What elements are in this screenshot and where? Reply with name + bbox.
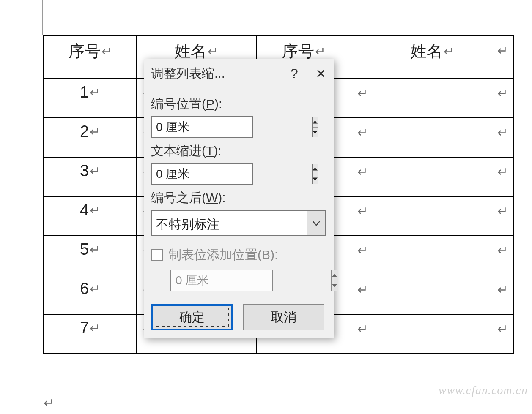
col-header: 姓名↵↵ [351,36,513,79]
cell-serial[interactable]: 3↵ [44,157,137,196]
cell-name[interactable]: ↵↵ [351,196,513,236]
row-end-mark-icon: ↵ [497,164,508,179]
row-end-mark-icon: ↵ [497,321,508,336]
paragraph-mark-icon: ↵ [90,281,100,296]
after-number-value: 不特别标注 [152,211,307,235]
cancel-button[interactable]: 取消 [243,304,324,330]
row-end-mark-icon: ↵ [497,243,508,258]
paragraph-mark-icon: ↵ [90,242,100,257]
cell-serial[interactable]: 7↵ [44,314,137,354]
svg-marker-3 [313,178,318,181]
paragraph-mark-icon: ↵ [357,321,368,336]
cell-serial[interactable]: 6↵ [44,275,137,314]
cell-serial[interactable]: 2↵ [44,118,137,157]
text-indent-spinner[interactable] [151,163,253,185]
paragraph-mark-icon: ↵ [90,163,100,178]
tabstop-input [171,270,331,291]
paragraph-mark-icon: ↵ [357,86,368,101]
paragraph-mark-icon: ↵ [44,395,54,410]
spin-up-button[interactable] [313,164,318,174]
svg-marker-1 [313,131,318,134]
cell-serial[interactable]: 4↵ [44,196,137,236]
cell-name[interactable]: ↵↵ [351,118,513,157]
spin-up-button[interactable] [313,117,318,128]
paragraph-mark-icon: ↵ [315,44,326,59]
tabstop-checkbox[interactable] [151,249,163,261]
after-number-label: 编号之后(W): [151,189,327,207]
paragraph-mark-icon: ↵ [90,203,100,218]
paragraph-mark-icon: ↵ [90,321,100,335]
row-end-mark-icon: ↵ [497,125,508,140]
adjust-list-indent-dialog: 调整列表缩... ? ✕ 编号位置(P): 文本缩进(T): 编号之后(W): [144,59,334,338]
cell-name[interactable]: ↵↵ [351,79,513,118]
spin-down-button[interactable] [313,174,318,185]
text-indent-input[interactable] [152,164,312,184]
dialog-title: 调整列表缩... [151,65,281,82]
dialog-titlebar[interactable]: 调整列表缩... ? ✕ [144,59,334,88]
spin-down-button [332,281,337,291]
svg-marker-0 [313,120,318,123]
paragraph-mark-icon: ↵ [357,243,368,258]
cell-name[interactable]: ↵↵ [351,275,513,314]
help-button[interactable]: ? [281,59,307,88]
paragraph-mark-icon: ↵ [90,124,100,139]
svg-marker-4 [332,274,337,277]
paragraph-mark-icon: ↵ [208,44,218,59]
tabstop-spinner [170,270,273,291]
paragraph-mark-icon: ↵ [444,44,454,59]
tabstop-label: 制表位添加位置(B): [169,246,278,264]
crop-mark [14,0,43,37]
paragraph-mark-icon: ↵ [357,164,368,179]
col-header: 序号↵ [44,36,137,79]
number-position-label: 编号位置(P): [151,95,327,113]
cell-name[interactable]: ↵↵ [351,157,513,196]
spin-down-button[interactable] [313,128,318,138]
text-indent-label: 文本缩进(T): [151,142,327,160]
paragraph-mark-icon: ↵ [90,85,100,100]
row-end-mark-icon: ↵ [497,43,508,58]
watermark: www.cfan.com.cn [439,384,528,397]
cell-name[interactable]: ↵↵ [351,314,513,354]
combo-dropdown-button[interactable] [307,211,325,235]
svg-marker-5 [332,284,337,287]
spin-up-button [332,270,337,281]
paragraph-mark-icon: ↵ [357,125,368,140]
cell-name[interactable]: ↵↵ [351,236,513,275]
row-end-mark-icon: ↵ [497,282,508,297]
after-number-combo[interactable]: 不特别标注 [151,210,326,236]
paragraph-mark-icon: ↵ [357,204,368,218]
row-end-mark-icon: ↵ [497,204,508,218]
cell-serial[interactable]: 1↵ [44,79,137,118]
paragraph-mark-icon: ↵ [101,44,112,59]
ok-button[interactable]: 确定 [151,304,233,330]
row-end-mark-icon: ↵ [497,86,508,101]
number-position-input[interactable] [152,117,312,137]
paragraph-mark-icon: ↵ [357,282,368,297]
cell-serial[interactable]: 5↵ [44,236,137,275]
close-button[interactable]: ✕ [307,59,334,88]
svg-marker-2 [313,167,318,170]
number-position-spinner[interactable] [151,116,253,138]
